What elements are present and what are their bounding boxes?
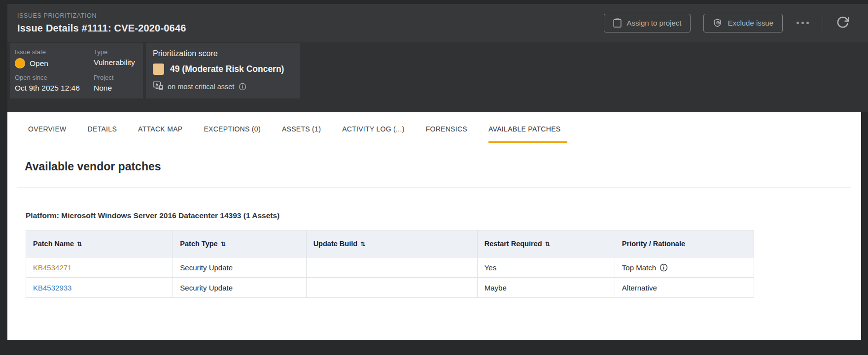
- score-color-swatch: [153, 64, 164, 75]
- open-since-label: Open since: [15, 74, 80, 81]
- patch-type-cell: Security Update: [173, 258, 306, 278]
- sort-icon[interactable]: ⇅: [221, 240, 226, 248]
- patches-table: Patch Name⇅Patch Type⇅Update Build⇅Resta…: [26, 230, 754, 298]
- score-value: 49 (Moderate Risk Concern): [170, 64, 284, 74]
- column-header: Priority / Rationale: [615, 230, 754, 258]
- column-header[interactable]: Patch Type⇅: [173, 230, 306, 258]
- platform-heading: Platform: Microsoft Windows Server 2016 …: [26, 211, 861, 220]
- exclude-issue-label: Exclude issue: [728, 19, 773, 27]
- tab-exceptions[interactable]: EXCEPTIONS (0): [204, 125, 260, 143]
- priority-label: Top Match: [622, 263, 656, 272]
- refresh-icon: [836, 16, 849, 29]
- project-value: None: [94, 84, 112, 93]
- column-header[interactable]: Update Build⇅: [306, 230, 477, 258]
- patch-type-cell: Security Update: [173, 278, 306, 298]
- column-header[interactable]: Restart Required⇅: [477, 230, 615, 258]
- issue-state-value: Open: [30, 59, 48, 68]
- tab-details[interactable]: DETAILS: [88, 125, 117, 143]
- ellipsis-icon: [797, 22, 799, 24]
- patch-row: KB4534271Security UpdateYesTop Match: [26, 258, 754, 278]
- restart-required-cell: Maybe: [477, 278, 615, 298]
- column-header-label: Patch Type: [180, 240, 217, 248]
- priority-cell: Top Match: [615, 258, 754, 278]
- tab-activity-log[interactable]: ACTIVITY LOG (...): [342, 125, 405, 143]
- content-card: OVERVIEWDETAILSATTACK MAPEXCEPTIONS (0)A…: [7, 112, 861, 340]
- tab-available-patches[interactable]: AVAILABLE PATCHES: [488, 125, 567, 143]
- priority-label: Alternative: [622, 284, 657, 292]
- tab-bar: OVERVIEWDETAILSATTACK MAPEXCEPTIONS (0)A…: [7, 112, 861, 143]
- assign-to-project-label: Assign to project: [627, 19, 682, 27]
- update-build-cell: [306, 278, 477, 298]
- column-header[interactable]: Patch Name⇅: [26, 230, 173, 258]
- update-build-cell: [306, 258, 477, 278]
- project-label: Project: [94, 74, 113, 81]
- clipboard-icon: [613, 18, 622, 28]
- restart-required-cell: Yes: [477, 258, 615, 278]
- patch-name-link[interactable]: KB4534271: [33, 263, 71, 272]
- score-context-text: on most critical asset: [168, 83, 234, 91]
- sort-icon[interactable]: ⇅: [360, 240, 365, 248]
- prioritization-score-panel: Prioritization score 49 (Moderate Risk C…: [146, 43, 300, 98]
- priority-cell: Alternative: [615, 278, 754, 298]
- tab-forensics[interactable]: FORENSICS: [426, 125, 467, 143]
- breadcrumb: ISSUES PRIORITIZATION: [17, 12, 186, 19]
- type-label: Type: [94, 48, 135, 56]
- prioritization-score-label: Prioritization score: [153, 49, 218, 58]
- patch-name-link[interactable]: KB4532933: [33, 284, 71, 292]
- score-info-icon[interactable]: [239, 83, 246, 91]
- page-header: ISSUES PRIORITIZATION Issue Details #111…: [7, 4, 868, 42]
- section-heading: Available vendor patches: [25, 159, 861, 174]
- issue-summary-panel: Issue state Open Type Vulnerability Open…: [10, 43, 143, 98]
- sort-icon[interactable]: ⇅: [545, 240, 550, 248]
- shield-x-icon: [713, 18, 722, 28]
- more-actions-button[interactable]: [796, 19, 810, 27]
- open-state-dot-icon: [15, 58, 25, 68]
- critical-asset-icon: [153, 81, 163, 92]
- exclude-issue-button[interactable]: Exclude issue: [703, 14, 783, 32]
- column-header-label: Priority / Rationale: [622, 240, 685, 248]
- sort-icon[interactable]: ⇅: [77, 240, 82, 248]
- column-header-label: Update Build: [313, 240, 357, 248]
- patch-row: KB4532933Security UpdateMaybeAlternative: [26, 278, 754, 298]
- info-icon[interactable]: [660, 263, 668, 272]
- type-value: Vulnerability: [94, 58, 135, 67]
- open-since-value: Oct 9th 2025 12:46: [15, 84, 80, 93]
- actions-divider: [823, 17, 823, 30]
- tab-attack-map[interactable]: ATTACK MAP: [138, 125, 182, 143]
- tab-assets[interactable]: ASSETS (1): [282, 125, 321, 143]
- column-header-label: Patch Name: [33, 240, 74, 248]
- refresh-button[interactable]: [836, 16, 849, 31]
- issue-state-label: Issue state: [15, 48, 48, 56]
- heading-divider: [17, 187, 851, 188]
- column-header-label: Restart Required: [485, 240, 542, 248]
- table-header-row: Patch Name⇅Patch Type⇅Update Build⇅Resta…: [26, 230, 754, 258]
- page-title: Issue Details #1111: CVE-2020-0646: [17, 23, 186, 34]
- assign-to-project-button[interactable]: Assign to project: [604, 14, 691, 32]
- tab-overview[interactable]: OVERVIEW: [28, 125, 67, 143]
